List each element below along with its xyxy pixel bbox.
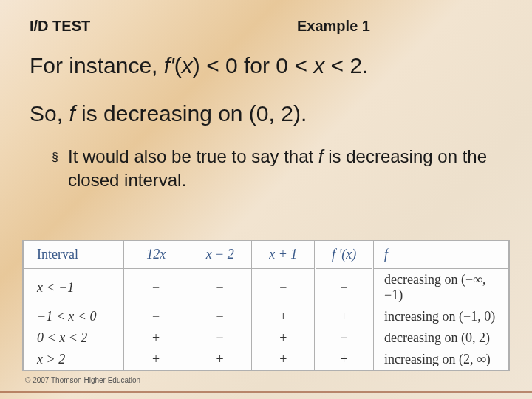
table-header-row: Interval 12x x − 2 x + 1 f '(x) f (24, 241, 509, 269)
cell-x-minus-2: − (188, 327, 252, 349)
body-line-2: So, f is decreasing on (0, 2). (0, 95, 532, 146)
cell-f-prime: − (316, 269, 373, 307)
sign-table: Interval 12x x − 2 x + 1 f '(x) f x < −1… (22, 240, 510, 371)
cell-f-prime: − (316, 327, 373, 349)
body-line-1: For instance, f'(x) < 0 for 0 < x < 2. (0, 44, 532, 95)
math-f: f (69, 101, 75, 126)
text: ( (174, 53, 182, 78)
col-interval: Interval (24, 241, 124, 269)
cell-x-plus-1: + (252, 306, 316, 327)
cell-f: decreasing on (−∞, −1) (373, 269, 509, 307)
table-row: −1 < x < 0 − − + + increasing on (−1, 0) (24, 306, 509, 327)
cell-12x: + (124, 349, 188, 370)
text: So, (30, 101, 69, 126)
cell-f-prime: + (316, 306, 373, 327)
header-left: I/D TEST (30, 18, 290, 35)
col-x-plus-1: x + 1 (269, 247, 297, 262)
cell-f-prime: + (316, 349, 373, 370)
math-f: f (318, 146, 324, 166)
col-f-prime-x: f '(x) (332, 247, 356, 262)
cell-x-minus-2: + (188, 349, 252, 370)
table-row: x > 2 + + + + increasing on (2, ∞) (24, 349, 509, 370)
text: is decreasing on (0, 2). (75, 101, 307, 126)
cell-x-minus-2: − (188, 269, 252, 307)
text: It would also be true to say that (68, 146, 318, 166)
cell-12x: − (124, 306, 188, 327)
cell-f: increasing on (−1, 0) (373, 306, 509, 327)
col-12x: 12x (146, 247, 166, 262)
cell-interval: −1 < x < 0 (24, 306, 124, 327)
bullet-text: It would also be true to say that f is d… (68, 145, 488, 193)
col-x-minus-2: x − 2 (206, 247, 234, 262)
sign-table-inner: Interval 12x x − 2 x + 1 f '(x) f x < −1… (23, 241, 509, 370)
bullet-item: § It would also be true to say that f is… (0, 145, 532, 193)
col-f: f (384, 247, 388, 262)
cell-x-plus-1: − (252, 269, 316, 307)
slide-header: I/D TEST Example 1 (0, 0, 532, 44)
footer-rule (0, 391, 532, 393)
cell-f: increasing on (2, ∞) (373, 349, 509, 370)
bullet-marker: § (52, 145, 68, 193)
cell-interval: x < −1 (24, 269, 124, 307)
cell-x-plus-1: + (252, 327, 316, 349)
cell-interval: 0 < x < 2 (24, 327, 124, 349)
table-row: 0 < x < 2 + − + − decreasing on (0, 2) (24, 327, 509, 349)
cell-f: decreasing on (0, 2) (373, 327, 509, 349)
math-x: x (313, 53, 324, 78)
cell-12x: + (124, 327, 188, 349)
header-right: Example 1 (290, 18, 502, 35)
math-x: x (182, 53, 193, 78)
text: For instance, (30, 53, 164, 78)
text: ) < 0 for 0 < (193, 53, 313, 78)
text: < 2. (324, 53, 368, 78)
cell-interval: x > 2 (24, 349, 124, 370)
table-row: x < −1 − − − − decreasing on (−∞, −1) (24, 269, 509, 307)
math-f-prime: f' (164, 53, 174, 78)
cell-x-minus-2: − (188, 306, 252, 327)
copyright-text: © 2007 Thomson Higher Education (25, 376, 140, 384)
cell-x-plus-1: + (252, 349, 316, 370)
cell-12x: − (124, 269, 188, 307)
